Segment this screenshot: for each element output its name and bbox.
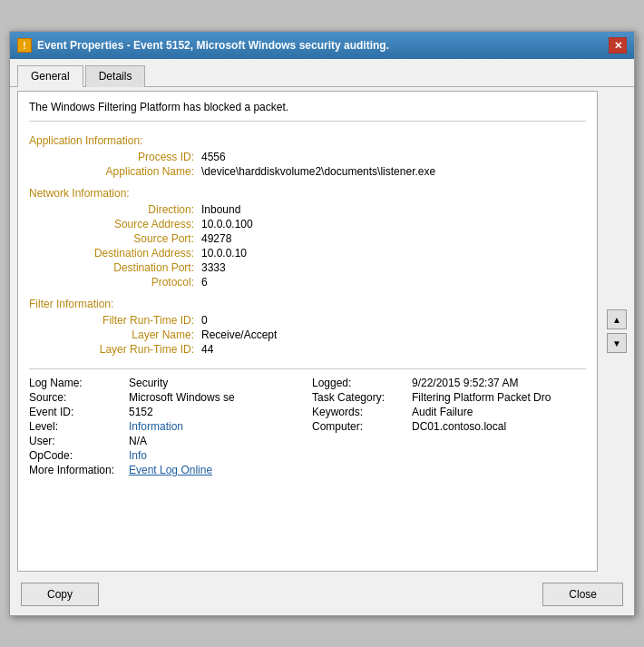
field-direction: Direction: Inbound [29,203,586,216]
user-label: User: [29,435,129,447]
computer-label: Computer: [312,420,412,433]
event-message: The Windows Filtering Platform has block… [29,101,586,122]
field-process-id: Process ID: 4556 [29,151,586,163]
direction-label: Direction: [56,203,201,216]
title-bar-left: ! Event Properties - Event 5152, Microso… [17,38,389,53]
event-log-online-link[interactable]: Event Log Online [129,464,212,476]
footer-task-category-row: Task Category: Filtering Platform Packet… [312,391,586,404]
filter-runtime-id-label: Filter Run-Time ID: [56,314,201,327]
footer-computer-row: Computer: DC01.contoso.local [312,420,586,433]
destination-address-value: 10.0.0.10 [201,247,247,260]
footer-log-name-row: Log Name: Security [29,377,303,389]
title-bar: ! Event Properties - Event 5152, Microso… [10,32,634,59]
level-value: Information [129,420,183,433]
task-category-value: Filtering Platform Packet Dro [412,391,551,404]
field-layer-name: Layer Name: Receive/Accept [29,328,586,341]
scroll-controls: ▲ ▼ [603,87,630,575]
field-source-port: Source Port: 49278 [29,232,586,245]
footer-event-id-row: Event ID: 5152 [29,406,303,418]
application-name-label: Application Name: [56,165,201,178]
field-protocol: Protocol: 6 [29,276,586,289]
source-port-value: 49278 [201,232,231,245]
destination-address-label: Destination Address: [56,247,201,260]
copy-button[interactable]: Copy [21,583,99,606]
field-application-name: Application Name: \device\harddiskvolume… [29,165,586,178]
tab-general[interactable]: General [17,65,83,87]
opcode-label: OpCode: [29,449,129,462]
task-category-label: Task Category: [312,391,412,404]
log-name-value: Security [129,377,168,389]
computer-value: DC01.contoso.local [412,420,506,433]
footer-level-row: Level: Information [29,420,303,433]
network-section-header: Network Information: [29,187,586,200]
filter-section-header: Filter Information: [29,298,586,310]
process-id-label: Process ID: [56,151,201,163]
protocol-value: 6 [201,276,208,289]
user-value: N/A [129,435,147,447]
application-section-header: Application Information: [29,134,586,147]
keywords-label: Keywords: [312,406,412,418]
source-value: Microsoft Windows se [129,391,235,404]
footer-empty-row2 [312,449,586,462]
scroll-up-button[interactable]: ▲ [607,309,627,329]
keywords-value: Audit Failure [412,406,473,418]
footer-more-info-row: More Information: Event Log Online [29,464,586,476]
event-properties-window: ! Event Properties - Event 5152, Microso… [9,31,635,616]
layer-runtime-id-label: Layer Run-Time ID: [56,343,201,356]
close-button[interactable]: Close [542,583,623,606]
application-name-value: \device\harddiskvolume2\documents\listen… [201,165,435,178]
layer-name-value: Receive/Accept [201,328,277,341]
logged-value: 9/22/2015 9:52:37 AM [412,377,518,389]
direction-value: Inbound [201,203,240,216]
event-id-value: 5152 [129,406,153,418]
logged-label: Logged: [312,377,412,389]
source-address-value: 10.0.0.100 [201,218,253,230]
footer-keywords-row: Keywords: Audit Failure [312,406,586,418]
tab-details[interactable]: Details [85,65,146,87]
window-title: Event Properties - Event 5152, Microsoft… [37,39,389,52]
layer-name-label: Layer Name: [56,328,201,341]
footer-user-row: User: N/A [29,435,303,447]
more-info-label: More Information: [29,464,129,476]
button-bar: Copy Close [10,575,634,615]
process-id-value: 4556 [201,151,226,163]
main-content-panel: The Windows Filtering Platform has block… [17,91,598,572]
log-name-label: Log Name: [29,377,129,389]
field-source-address: Source Address: 10.0.0.100 [29,218,586,230]
content-area: The Windows Filtering Platform has block… [10,87,634,575]
field-destination-address: Destination Address: 10.0.0.10 [29,247,586,260]
layer-runtime-id-value: 44 [201,343,213,356]
window-icon: ! [17,38,32,53]
event-id-label: Event ID: [29,406,129,418]
footer-empty-row [312,435,586,447]
scroll-down-button[interactable]: ▼ [607,333,627,353]
level-label: Level: [29,420,129,433]
filter-runtime-id-value: 0 [201,314,208,327]
opcode-value: Info [129,449,147,462]
source-port-label: Source Port: [56,232,201,245]
destination-port-value: 3333 [201,261,226,274]
field-layer-runtime-id: Layer Run-Time ID: 44 [29,343,586,356]
field-destination-port: Destination Port: 3333 [29,261,586,274]
event-footer: Log Name: Security Logged: 9/22/2015 9:5… [29,368,586,476]
protocol-label: Protocol: [56,276,201,289]
tab-bar: General Details [10,59,634,87]
source-address-label: Source Address: [56,218,201,230]
source-label: Source: [29,391,129,404]
destination-port-label: Destination Port: [56,261,201,274]
field-filter-runtime-id: Filter Run-Time ID: 0 [29,314,586,327]
footer-source-row: Source: Microsoft Windows se [29,391,303,404]
window-close-button[interactable]: ✕ [609,37,627,54]
footer-opcode-row: OpCode: Info [29,449,303,462]
footer-logged-row: Logged: 9/22/2015 9:52:37 AM [312,377,586,389]
